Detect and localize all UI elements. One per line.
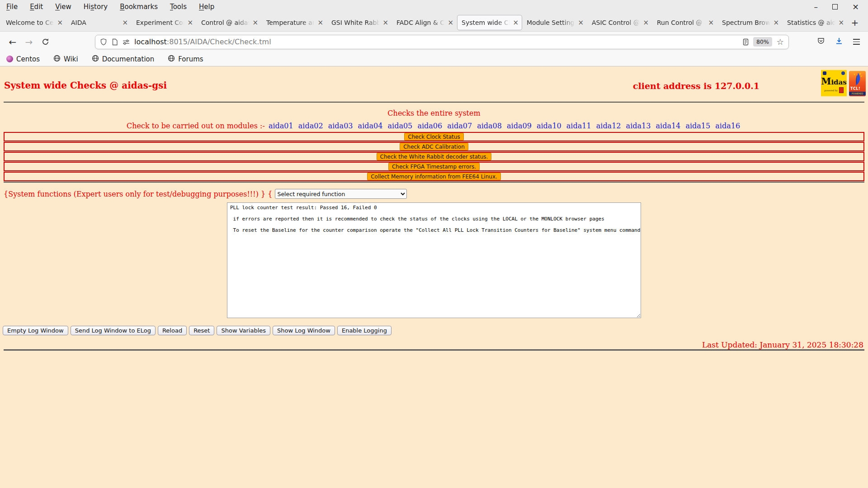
browser-tab[interactable]: Welcome to Cent × <box>2 15 66 30</box>
bookmark-forums[interactable]: Forums <box>168 55 203 64</box>
bookmark-label: Forums <box>178 55 203 63</box>
url-bar[interactable]: localhost:8015/AIDA/Check/Check.tml 80% … <box>95 35 789 49</box>
action-button[interactable]: Reset <box>189 326 214 335</box>
close-window-button[interactable]: × <box>852 4 859 10</box>
tab-title: Module Settings <box>527 19 576 26</box>
page-content: System wide Checks @ aidas-gsi client ad… <box>0 66 868 488</box>
menu-item[interactable]: Edit <box>30 3 43 11</box>
permissions-sliders-icon[interactable] <box>123 39 130 45</box>
module-link[interactable]: aida05 <box>387 122 412 130</box>
tab-close-icon[interactable]: × <box>773 19 779 27</box>
browser-tab[interactable]: Control @ aidas- × <box>197 15 261 30</box>
module-link[interactable]: aida03 <box>328 122 353 130</box>
tab-close-icon[interactable]: × <box>317 19 323 27</box>
back-icon[interactable]: ← <box>5 35 21 49</box>
menu-item[interactable]: Tools <box>170 3 187 11</box>
bookmark-star-icon[interactable]: ☆ <box>777 37 784 47</box>
action-button[interactable]: Enable Logging <box>337 326 392 335</box>
module-link[interactable]: aida08 <box>477 122 502 130</box>
action-button[interactable]: Empty Log Window <box>3 326 68 335</box>
tab-close-icon[interactable]: × <box>252 19 258 27</box>
globe-icon <box>168 55 175 64</box>
tab-close-icon[interactable]: × <box>578 19 584 27</box>
tab-title: ASIC Control @ a <box>592 19 642 26</box>
tab-close-icon[interactable]: × <box>187 19 193 27</box>
tab-close-icon[interactable]: × <box>122 19 128 27</box>
required-function-select[interactable]: Select required function <box>275 189 407 199</box>
menu-item[interactable]: History <box>84 3 108 11</box>
module-link[interactable]: aida04 <box>358 122 383 130</box>
reader-mode-icon[interactable] <box>743 38 749 46</box>
browser-tab[interactable]: Module Settings × <box>523 15 587 30</box>
browser-tab[interactable]: Statistics @ aida × <box>783 15 847 30</box>
module-link[interactable]: aida14 <box>656 122 681 130</box>
browser-tab[interactable]: AIDA × <box>67 15 131 30</box>
menu-item[interactable]: File <box>6 3 18 11</box>
log-window-textarea[interactable] <box>227 202 641 318</box>
browser-tab[interactable]: Experiment Cont × <box>132 15 196 30</box>
browser-tab[interactable]: Temperature and × <box>262 15 326 30</box>
pocket-icon[interactable] <box>817 37 825 47</box>
module-link[interactable]: aida15 <box>685 122 710 130</box>
url-text[interactable]: localhost:8015/AIDA/Check/Check.tml <box>134 38 738 46</box>
action-button[interactable]: Reload <box>158 326 187 335</box>
check-row: Check FPGA Timestamp errors. <box>4 162 864 171</box>
tab-close-icon[interactable]: × <box>513 19 519 27</box>
browser-tab[interactable]: Run Control @ ai × <box>653 15 717 30</box>
tab-close-icon[interactable]: × <box>448 19 453 27</box>
midas-logo[interactable]: Midas powered by <box>821 70 847 96</box>
action-button[interactable]: Show Variables <box>217 326 270 335</box>
bookmark-centos[interactable]: Centos <box>6 55 40 63</box>
action-button[interactable]: Send Log Window to ELog <box>71 326 156 335</box>
reload-icon[interactable] <box>37 35 53 49</box>
maximize-button[interactable] <box>832 4 838 9</box>
check-action-button[interactable]: Check the White Rabbit decoder status. <box>377 153 492 160</box>
tab-close-icon[interactable]: × <box>57 19 63 27</box>
module-link[interactable]: aida10 <box>537 122 561 130</box>
module-link[interactable]: aida02 <box>298 122 323 130</box>
module-link[interactable]: aida01 <box>269 122 293 130</box>
tcl-powered-logo[interactable]: TCL! POWERED <box>849 71 866 96</box>
module-link[interactable]: aida07 <box>447 122 472 130</box>
shield-icon[interactable] <box>100 38 107 46</box>
tab-close-icon[interactable]: × <box>382 19 388 27</box>
check-row: Collect Memory information from FEE64 Li… <box>4 172 864 181</box>
download-icon[interactable] <box>835 37 843 47</box>
module-link[interactable]: aida06 <box>417 122 442 130</box>
module-link[interactable]: aida11 <box>566 122 591 130</box>
browser-tab[interactable]: GSI White Rabbit × <box>327 15 392 30</box>
tab-close-icon[interactable]: × <box>643 19 649 27</box>
new-tab-button[interactable]: + <box>848 16 862 29</box>
minimize-button[interactable]: – <box>814 5 818 9</box>
module-link[interactable]: aida12 <box>596 122 621 130</box>
menu-icon[interactable] <box>853 39 860 44</box>
modules-line: Check to be carried out on modules :- ai… <box>0 122 868 130</box>
centos-icon <box>6 56 13 62</box>
forward-icon[interactable]: → <box>21 35 37 49</box>
check-action-button[interactable]: Check ADC Calibration <box>400 143 468 150</box>
menu-item[interactable]: View <box>55 3 71 11</box>
tab-title: FADC Align & Co <box>396 19 446 26</box>
midas-badges <box>821 70 847 75</box>
check-action-button[interactable]: Collect Memory information from FEE64 Li… <box>367 173 501 180</box>
midas-mini-logo <box>839 87 844 93</box>
zoom-level-badge[interactable]: 80% <box>753 37 772 47</box>
browser-tab[interactable]: ASIC Control @ a × <box>588 15 652 30</box>
browser-tab[interactable]: System wide Che × <box>458 15 522 30</box>
menu-item[interactable]: Help <box>199 3 214 11</box>
module-link[interactable]: aida13 <box>626 122 651 130</box>
check-row: Check the White Rabbit decoder status. <box>4 152 864 161</box>
check-action-button[interactable]: Check FPGA Timestamp errors. <box>388 163 480 170</box>
page-info-icon[interactable] <box>112 38 118 46</box>
check-action-button[interactable]: Check Clock Status <box>404 133 463 141</box>
tab-close-icon[interactable]: × <box>838 19 844 27</box>
menu-item[interactable]: Bookmarks <box>120 3 158 11</box>
action-button[interactable]: Show Log Window <box>273 326 335 335</box>
browser-tab[interactable]: FADC Align & Co × <box>392 15 457 30</box>
tab-close-icon[interactable]: × <box>708 19 714 27</box>
browser-tab[interactable]: Spectrum Brows × <box>718 15 782 30</box>
module-link[interactable]: aida09 <box>507 122 532 130</box>
module-link[interactable]: aida16 <box>715 122 740 130</box>
bookmark-documentation[interactable]: Documentation <box>92 55 155 64</box>
bookmark-wiki[interactable]: Wiki <box>53 55 78 64</box>
